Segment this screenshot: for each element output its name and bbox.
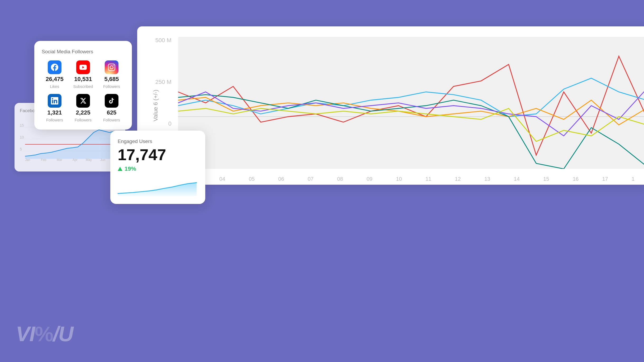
tiktok-label: Followers	[103, 118, 120, 122]
large-chart-panel: Value 6 (+/-) 500 M 250 M 0 -250 M	[137, 26, 644, 185]
tiktok-count: 625	[107, 109, 117, 116]
svg-text:Jan: Jan	[25, 158, 30, 162]
svg-text:15: 15	[20, 123, 24, 127]
instagram-icon	[105, 60, 118, 74]
linkedin-item: 1,321 Followers	[42, 94, 68, 122]
engaged-users-card: Engaged Users 17,747 19%	[110, 131, 205, 204]
x-tick-06: 06	[278, 176, 284, 182]
x-tick-14: 14	[514, 176, 520, 182]
youtube-label: Subscribed	[73, 84, 93, 89]
youtube-count: 10,531	[74, 76, 92, 83]
twitter-icon	[76, 94, 90, 108]
x-tick-05: 05	[249, 176, 255, 182]
y-tick-250m: 250 M	[155, 79, 171, 85]
engaged-title: Engaged Users	[118, 139, 198, 144]
svg-text:5: 5	[20, 147, 22, 151]
instagram-item: 5,685 Followers	[99, 60, 125, 89]
svg-text:Mar: Mar	[57, 158, 62, 162]
engaged-mini-chart	[118, 177, 198, 198]
trend-percent: 19%	[125, 165, 136, 172]
social-media-card: Social Media Followers 26,475 Likes 10,5…	[34, 41, 132, 130]
x-tick-12: 12	[455, 176, 461, 182]
social-card-title: Social Media Followers	[42, 49, 125, 55]
x-tick-08: 08	[337, 176, 343, 182]
svg-text:10: 10	[20, 135, 24, 139]
facebook-count: 26,475	[46, 76, 63, 83]
facebook-icon	[48, 60, 61, 74]
x-tick-04: 04	[219, 176, 225, 182]
x-tick-17: 17	[602, 176, 608, 182]
svg-text:May: May	[86, 158, 92, 162]
linkedin-label: Followers	[46, 118, 63, 122]
svg-text:Apr: Apr	[73, 158, 78, 162]
twitter-label: Followers	[75, 118, 92, 122]
social-grid: 26,475 Likes 10,531 Subscribed 5,685 Fol…	[42, 60, 125, 122]
x-tick-16: 16	[573, 176, 579, 182]
x-tick-09: 09	[366, 176, 372, 182]
instagram-label: Followers	[103, 84, 120, 89]
twitter-count: 2,225	[76, 109, 90, 116]
x-tick-1: 1	[632, 176, 635, 182]
tiktok-item: 625 Followers	[99, 94, 125, 122]
tiktok-icon	[105, 94, 118, 108]
facebook-label: Likes	[50, 84, 59, 89]
vizzu-logo: VI%/U	[16, 322, 73, 346]
x-tick-10: 10	[396, 176, 402, 182]
youtube-item: 10,531 Subscribed	[70, 60, 96, 89]
engaged-count: 17,747	[118, 147, 198, 163]
twitter-item: 2,225 Followers	[70, 94, 96, 122]
engaged-trend: 19%	[118, 165, 198, 172]
facebook-item: 26,475 Likes	[42, 60, 68, 89]
svg-text:Jun: Jun	[100, 158, 105, 162]
y-tick-500m: 500 M	[155, 37, 171, 44]
youtube-icon	[76, 60, 90, 74]
multi-line-chart	[178, 37, 644, 169]
instagram-count: 5,685	[104, 76, 119, 83]
linkedin-count: 1,321	[47, 109, 62, 116]
x-tick-13: 13	[484, 176, 490, 182]
x-tick-11: 11	[426, 176, 431, 182]
svg-text:Feb: Feb	[41, 158, 46, 162]
x-tick-15: 15	[543, 176, 549, 182]
y-tick-0: 0	[168, 120, 171, 127]
trend-up-icon	[118, 167, 122, 171]
x-tick-07: 07	[308, 176, 313, 182]
linkedin-icon	[48, 94, 61, 108]
